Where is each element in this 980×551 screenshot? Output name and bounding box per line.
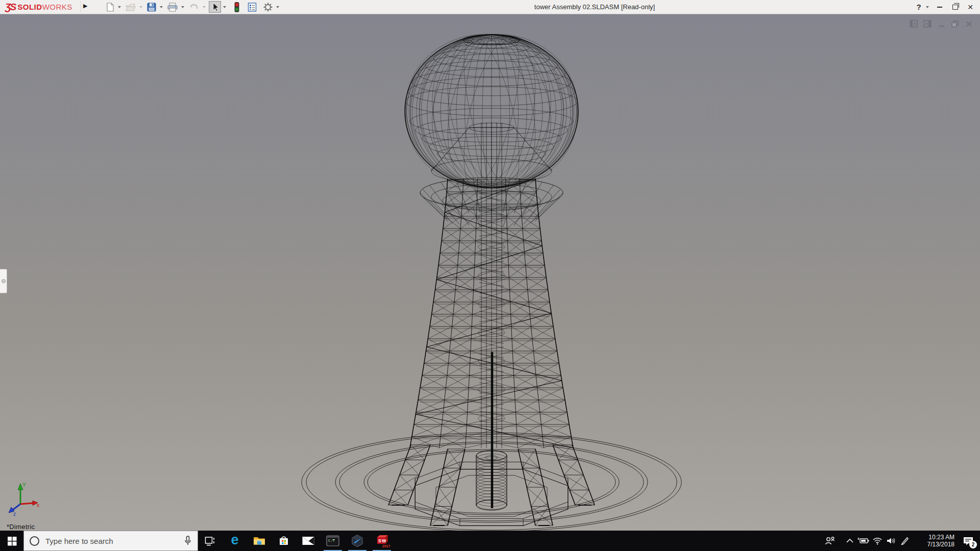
doc-minimize-button[interactable] [935,18,948,30]
close-button[interactable]: ✕ [963,0,978,14]
print-button[interactable] [166,1,179,13]
view-orientation-label: *Dimetric [7,523,35,531]
select-tool-button[interactable] [209,1,221,13]
taskbar-app-store[interactable] [272,531,296,551]
expand-pane-icon [923,20,932,28]
taskbar-search-input[interactable]: Type here to search [23,531,198,551]
select-dropdown-caret[interactable] [223,6,226,8]
clock-time: 10:23 AM [912,534,954,541]
save-dropdown-caret[interactable] [160,6,163,8]
windows-logo-icon [7,536,17,546]
undo-button[interactable] [187,1,201,13]
options-gear-icon [263,2,273,12]
file-properties-button[interactable] [246,1,258,13]
menu-flyout-arrow[interactable]: ▶ [83,3,87,9]
rebuild-traffic-light-icon [233,2,240,13]
microphone-icon[interactable] [183,535,192,546]
doc-restore-icon [951,20,960,28]
file-explorer-icon [253,535,266,546]
select-cursor-icon [210,2,219,12]
doc-close-button[interactable] [962,18,976,30]
taskbar-app-command-prompt[interactable]: C:\ [321,531,345,551]
restore-button[interactable] [947,0,963,14]
taskbar: Type here to search e [0,531,980,551]
minimize-icon [937,7,942,8]
restore-icon [952,5,958,10]
people-icon [824,536,836,546]
cortana-icon [30,536,39,546]
search-placeholder: Type here to search [45,537,183,545]
window-title: tower Assembly 02.SLDASM [Read-only] [534,3,655,11]
open-document-button[interactable] [124,1,137,13]
taskbar-app-file-explorer[interactable] [247,531,272,551]
feature-pane-tab-dot [2,279,6,283]
expand-pane-button[interactable] [921,18,935,30]
battery-button[interactable] [856,531,870,551]
people-button[interactable] [823,531,837,551]
sw-letter-s: S [378,538,381,543]
action-center-button[interactable]: 2 [957,531,980,551]
clock-date: 7/13/2018 [912,541,954,548]
quick-access-toolbar [105,0,282,14]
wifi-icon [872,537,883,545]
mail-icon [302,536,315,546]
minimize-button[interactable] [932,0,947,14]
windows-ink-button[interactable] [898,531,912,551]
triad-x-label: x [37,503,39,508]
help-button[interactable]: ? [913,0,924,14]
volume-icon [886,537,896,545]
triad-z-label: z [13,511,16,516]
toolbar-separator [81,1,81,13]
undo-icon [188,2,200,12]
task-view-button[interactable] [198,531,223,551]
solidworks-logo: ƷS SOLIDWORKS [5,1,72,13]
feature-pane-tab[interactable] [0,269,7,293]
volume-button[interactable] [884,531,898,551]
new-document-icon [106,2,115,12]
titlebar: ƷS SOLIDWORKS ▶ [0,0,980,14]
print-icon [167,2,178,12]
start-button[interactable] [0,531,23,551]
doc-restore-button[interactable] [948,18,962,30]
graphics-viewport: Y x z *Dimetric [0,14,980,531]
network-button[interactable] [870,531,884,551]
undo-dropdown-caret[interactable] [203,6,206,8]
system-tray: 10:23 AM 7/13/2018 2 [823,531,980,551]
collapse-pane-icon [910,20,918,28]
hexagon-app-icon [351,534,364,547]
save-button[interactable] [145,1,158,13]
command-prompt-icon: C:\ [326,535,339,546]
notification-badge: 2 [969,541,977,548]
triad-y-label: Y [22,482,26,488]
solidworks-2017-icon: S W 2017 [375,534,389,548]
print-dropdown-caret[interactable] [181,6,184,8]
pen-icon [900,536,910,545]
options-button[interactable] [262,1,274,13]
taskbar-app-mail[interactable] [296,531,321,551]
taskbar-app-edge[interactable]: e [223,531,247,551]
file-properties-icon [247,2,257,12]
help-dropdown-caret[interactable] [926,6,929,8]
taskbar-app-solidworks[interactable]: S W 2017 [370,531,394,551]
task-view-icon [205,536,216,546]
orientation-triad: Y x z [4,481,41,516]
taskbar-clock[interactable]: 10:23 AM 7/13/2018 [912,534,957,548]
collapse-pane-button[interactable] [907,18,921,30]
tray-overflow-button[interactable] [843,531,856,551]
options-dropdown-caret[interactable] [276,6,279,8]
taskbar-app-hexagon[interactable] [345,531,370,551]
save-floppy-icon [146,2,157,12]
document-window-controls [907,18,976,30]
store-icon [278,535,290,547]
battery-charging-icon [857,537,870,545]
edge-icon: e [231,533,238,547]
solidworks-logo-mark: ƷS [5,2,15,13]
rebuild-button[interactable] [232,1,241,13]
window-controls: ? ✕ [913,0,978,14]
open-dropdown-caret[interactable] [139,6,142,8]
sw-year: 2017 [382,544,390,548]
new-dropdown-caret[interactable] [118,6,121,8]
new-document-button[interactable] [105,1,116,13]
doc-minimize-icon [938,20,945,28]
tower-assembly-wireframe[interactable] [0,14,980,531]
